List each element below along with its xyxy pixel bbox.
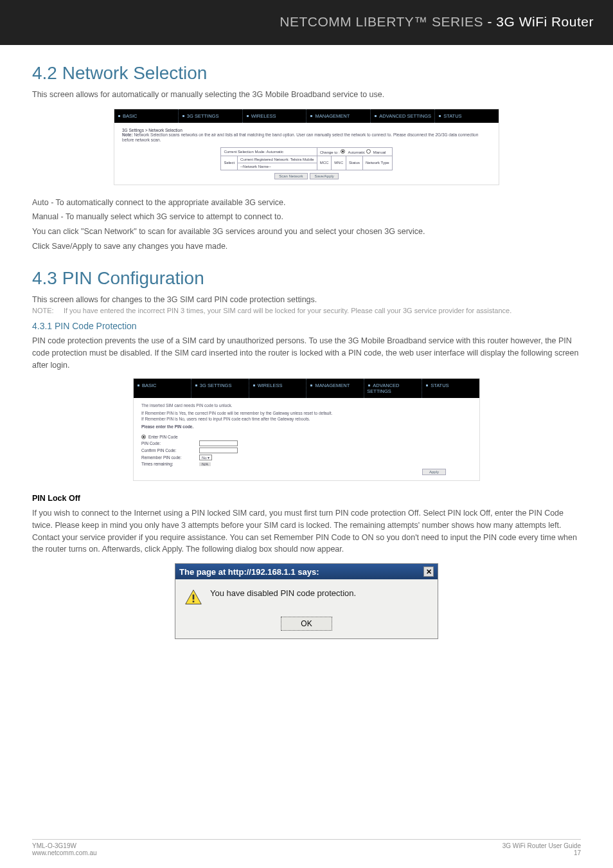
- footer-url: www.netcomm.com.au: [32, 849, 97, 856]
- page-header: NETCOMM LIBERTY™ SERIES - 3G WiFi Router: [0, 0, 613, 45]
- warning-icon: [184, 588, 202, 606]
- sec43-note: NOTE: If you have entered the incorrect …: [32, 307, 581, 314]
- screenshot-network-selection: BASIC 3G SETTINGS WIRELESS MANAGEMENT AD…: [32, 109, 581, 185]
- change-to-cell: Change to : Automatic Manual: [317, 147, 392, 156]
- header-prefix: NETCOMM LIBERTY™ SERIES: [280, 14, 483, 29]
- ok-button[interactable]: OK: [281, 617, 332, 631]
- tab-3g-settings[interactable]: 3G SETTINGS: [179, 109, 243, 123]
- breadcrumb: 3G Settings > Network Selection: [122, 128, 491, 132]
- registered-net: Current Registered Network: Telstra Mobi…: [238, 156, 317, 163]
- router-ui-2: BASIC 3G SETTINGS WIRELESS MANAGEMENT AD…: [133, 378, 480, 482]
- tab2-management[interactable]: MANAGEMENT: [306, 379, 364, 398]
- selection-table: Current Selection Mode: Automatic Change…: [220, 147, 392, 170]
- dialog-title-text: The page at http://192.168.1.1 says:: [179, 567, 319, 577]
- remember-select[interactable]: No ▾: [199, 455, 212, 460]
- footer-code: YML-O-3G19W: [32, 842, 97, 849]
- tab2-advanced[interactable]: ADVANCED SETTINGS: [364, 379, 422, 398]
- tab-status[interactable]: STATUS: [435, 109, 499, 123]
- label-times: Times remaining:: [141, 462, 199, 466]
- confirm-pin-input[interactable]: [199, 448, 238, 453]
- svg-rect-1: [193, 595, 195, 600]
- tab-management[interactable]: MANAGEMENT: [306, 109, 371, 123]
- save-apply-button[interactable]: Save/Apply: [310, 173, 338, 179]
- sec43-desc: This screen allows for changes to the 3G…: [32, 294, 581, 306]
- tabbar-2: BASIC 3G SETTINGS WIRELESS MANAGEMENT AD…: [134, 379, 479, 398]
- pin-l1: The inserted SIM card needs PIN code to …: [141, 403, 472, 408]
- tab2-status[interactable]: STATUS: [422, 379, 479, 398]
- page-footer: YML-O-3G19W www.netcomm.com.au 3G WiFi R…: [32, 839, 581, 856]
- sec42-p4: Click Save/Apply to save any changes you…: [32, 240, 581, 253]
- tabbar-1: BASIC 3G SETTINGS WIRELESS MANAGEMENT AD…: [114, 109, 499, 123]
- note-line: Note: Network Selection scans networks o…: [122, 132, 491, 143]
- tab2-basic[interactable]: BASIC: [134, 379, 191, 398]
- dialog-message: You have disabled PIN code protection.: [210, 588, 356, 598]
- radio-enter-pin[interactable]: [141, 435, 146, 439]
- sec431-heading: 4.3.1 PIN Code Protection: [32, 321, 581, 331]
- tab2-wireless[interactable]: WIRELESS: [249, 379, 307, 398]
- sec42-heading: 4.2 Network Selection: [32, 63, 581, 84]
- header-title: NETCOMM LIBERTY™ SERIES - 3G WiFi Router: [280, 14, 594, 30]
- page-content: 4.2 Network Selection This screen allows…: [0, 45, 613, 639]
- radio-automatic[interactable]: [341, 149, 345, 154]
- header-suffix: - 3G WiFi Router: [487, 14, 594, 29]
- pin-input[interactable]: [199, 440, 238, 446]
- router-ui-1: BASIC 3G SETTINGS WIRELESS MANAGEMENT AD…: [114, 109, 499, 185]
- mode-label: Current Selection Mode: Automatic: [221, 147, 317, 156]
- sec42-p1: Auto - To automatically connect to the a…: [32, 197, 581, 209]
- close-icon[interactable]: ✕: [423, 566, 434, 577]
- label-enter-pin: Enter PIN Code: [148, 435, 178, 439]
- pin-l3: If Remember PIN is No, users need to inp…: [141, 417, 472, 422]
- tab-wireless[interactable]: WIRELESS: [243, 109, 307, 123]
- col-mnc: MNC: [332, 156, 346, 170]
- tab-advanced[interactable]: ADVANCED SETTINGS: [371, 109, 435, 123]
- col-type: Network Type: [363, 156, 393, 170]
- screenshot-pin-config: BASIC 3G SETTINGS WIRELESS MANAGEMENT AD…: [32, 378, 581, 482]
- footer-guide: 3G WiFi Router User Guide: [502, 842, 581, 849]
- alert-dialog: The page at http://192.168.1.1 says: ✕ Y…: [175, 563, 438, 639]
- apply-button[interactable]: Apply: [422, 469, 446, 475]
- sec42-p3: You can click "Scan Network" to scan for…: [32, 226, 581, 238]
- select-col: Select: [221, 156, 238, 170]
- times-value: N/A: [199, 462, 211, 466]
- tab-basic[interactable]: BASIC: [114, 109, 179, 123]
- pinlock-heading: PIN Lock Off: [32, 493, 581, 505]
- pinlock-p: If you wish to connect to the Internet u…: [32, 507, 581, 556]
- pin-l4: Please enter the PIN code.: [141, 424, 472, 429]
- sec42-p2: Manual - To manually select which 3G ser…: [32, 211, 581, 223]
- label-pin: PIN Code:: [141, 441, 199, 446]
- dialog-titlebar: The page at http://192.168.1.1 says: ✕: [175, 564, 438, 579]
- pin-l2: If Remember PIN is Yes, the correct PIN …: [141, 411, 472, 416]
- label-remember: Remember PIN code:: [141, 455, 199, 460]
- footer-page: 17: [502, 849, 581, 856]
- col-mcc: MCC: [317, 156, 332, 170]
- scan-network-button[interactable]: Scan Network: [274, 173, 307, 179]
- col-status: Status: [346, 156, 363, 170]
- svg-rect-2: [193, 601, 195, 602]
- tab2-3g-settings[interactable]: 3G SETTINGS: [191, 379, 249, 398]
- radio-manual[interactable]: [366, 149, 371, 154]
- network-name: --Network Name--: [238, 163, 317, 170]
- label-confirm: Confirm PIN Code:: [141, 448, 199, 453]
- sec43-heading: 4.3 PIN Configuration: [32, 268, 581, 289]
- dialog-screenshot: The page at http://192.168.1.1 says: ✕ Y…: [32, 563, 581, 639]
- sec42-desc: This screen allows for automatically or …: [32, 89, 581, 101]
- sec431-p: PIN code protection prevents the use of …: [32, 335, 581, 371]
